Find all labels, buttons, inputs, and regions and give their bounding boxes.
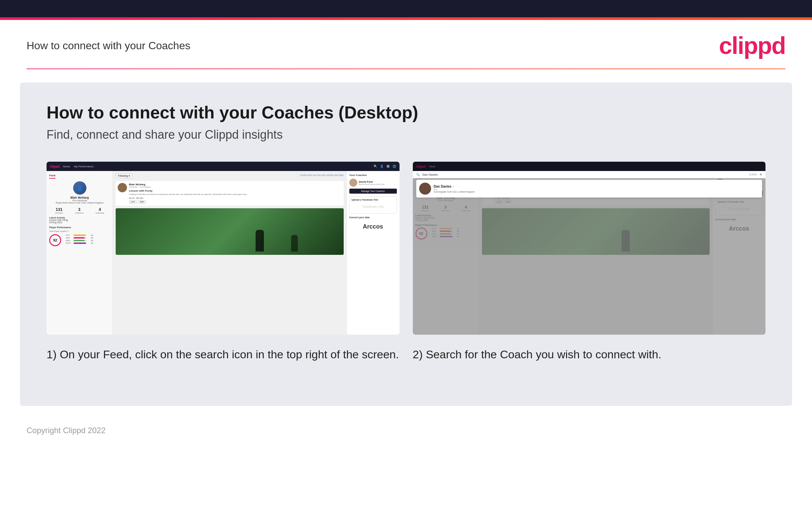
result-details: Dan Davies ✓ Pro Sunningdale Golf Club, … bbox=[434, 185, 475, 193]
mini-user-club: Royal North Devon Golf Club, United King… bbox=[49, 202, 110, 204]
david-ford-avatar bbox=[349, 179, 357, 186]
verified-icon: ✓ bbox=[453, 185, 455, 188]
search-bar: 🔍 Dan Davies CLEAR ✕ bbox=[413, 171, 766, 178]
mini-nav-right: 🔍 👤 ⚙️ 🌐 bbox=[374, 165, 396, 168]
trackman-title: Upload a Trackman Test bbox=[352, 199, 394, 201]
avatar-icon[interactable]: 🌐 bbox=[392, 165, 396, 168]
following-btn[interactable]: Following ▾ bbox=[116, 174, 132, 178]
page-title: How to connect with your Coaches bbox=[27, 40, 190, 52]
screenshot-panel-1: clippd Home My Performance 🔍 👤 ⚙️ 🌐 bbox=[47, 162, 399, 363]
mini-user-name: Blair McHarg bbox=[49, 196, 110, 199]
coach-details: David Ford Royal North Devon Golf Club bbox=[359, 180, 385, 185]
mini-body-left: Feed 👤 Blair McHarg Plus Handicap Royal … bbox=[47, 171, 399, 335]
golfer-figure-2 bbox=[291, 235, 298, 252]
result-name: Dan Davies bbox=[434, 185, 452, 188]
activity-name: Lesson with Fordy bbox=[49, 219, 110, 221]
coach-item: David Ford Royal North Devon Golf Club bbox=[349, 179, 397, 186]
lesson-info: Blair McHarg Yesterday · Sunningdale Les… bbox=[129, 183, 342, 204]
settings-icon[interactable]: ⚙️ bbox=[386, 165, 390, 168]
screenshot-2: clippd Feed Feed 👤 Blair McHarg Plu bbox=[413, 162, 766, 335]
accent-bar bbox=[0, 17, 812, 20]
trackman-placeholder: Trackman Link bbox=[352, 202, 394, 211]
following-label: Following bbox=[96, 212, 104, 214]
coach-david-club: Royal North Devon Golf Club bbox=[359, 183, 385, 185]
user-icon[interactable]: 👤 bbox=[380, 165, 384, 168]
activities-count: 131 bbox=[55, 207, 63, 212]
manage-coaches-btn[interactable]: Manage Your Coaches bbox=[349, 188, 397, 194]
mini-nav-left: clippd Home My Performance 🔍 👤 ⚙️ 🌐 bbox=[47, 162, 399, 171]
nav-home[interactable]: Home bbox=[63, 165, 70, 168]
lesson-duration: 01 hr : 30 min bbox=[129, 197, 342, 199]
top-bar bbox=[0, 0, 812, 17]
screenshot-panel-2: clippd Feed Feed 👤 Blair McHarg Plu bbox=[413, 162, 766, 363]
app-btn[interactable]: APP bbox=[138, 200, 146, 204]
mini-quality: Player Performance Total Player Quality … bbox=[49, 226, 110, 246]
mini-feed-label: Feed bbox=[49, 174, 55, 179]
mini-activity: Latest Activity Lesson with Fordy 03 Aug… bbox=[49, 217, 110, 223]
clear-btn[interactable]: CLEAR bbox=[749, 173, 757, 176]
footer: Copyright Clippd 2022 bbox=[0, 419, 812, 442]
mini-golf-photo bbox=[116, 208, 344, 255]
screenshot-1: clippd Home My Performance 🔍 👤 ⚙️ 🌐 bbox=[47, 162, 399, 335]
control-link[interactable]: Control who can see your activity and da… bbox=[300, 174, 344, 176]
search-overlay: 🔍 Dan Davies CLEAR ✕ Dan Davies ✓ bbox=[413, 171, 766, 199]
copyright-text: Copyright Clippd 2022 bbox=[27, 426, 105, 435]
quality-score: 92 bbox=[49, 234, 61, 246]
content-subtitle: Find, connect and share your Clippd insi… bbox=[47, 128, 765, 142]
mini-main-left: Following ▾ Control who can see your act… bbox=[113, 171, 346, 335]
search-result-item[interactable]: Dan Davies ✓ Pro Sunningdale Golf Club, … bbox=[416, 180, 762, 198]
lesson-title: Lesson with Fordy bbox=[129, 189, 342, 192]
lesson-desc: Looking to feel like my hands are exitin… bbox=[129, 193, 342, 196]
nav-performance[interactable]: My Performance bbox=[74, 165, 94, 168]
mini-logo-left: clippd bbox=[50, 165, 59, 168]
connect-data-title: Connect your data bbox=[349, 216, 397, 219]
coach-david-name: David Ford bbox=[359, 180, 385, 183]
mini-profile: 👤 Blair McHarg Plus Handicap Royal North… bbox=[49, 181, 110, 204]
activities-label: Activities bbox=[55, 212, 63, 214]
mini-stat-activities: 131 Activities bbox=[55, 207, 63, 214]
coach-meta: Yesterday · Sunningdale bbox=[129, 186, 342, 188]
search-input-value[interactable]: Dan Davies bbox=[423, 173, 747, 176]
mini-ui-right: clippd Feed Feed 👤 Blair McHarg Plu bbox=[413, 162, 766, 335]
golfer-figure-1 bbox=[255, 230, 264, 252]
search-icon[interactable]: 🔍 bbox=[374, 165, 377, 168]
mini-right-panel-left: Your Coaches David Ford Royal North Devo… bbox=[346, 171, 399, 335]
mini-nav-links: Home My Performance bbox=[63, 165, 93, 168]
trackman-section: Upload a Trackman Test Trackman Link bbox=[349, 196, 397, 214]
coaches-title: Your Coaches bbox=[349, 174, 397, 177]
result-avatar bbox=[419, 183, 431, 195]
coach-name: Blair McHarg bbox=[129, 183, 342, 186]
clippd-logo: clippd bbox=[719, 32, 785, 59]
main-content: How to connect with your Coaches (Deskto… bbox=[20, 83, 792, 406]
close-search-btn[interactable]: ✕ bbox=[760, 173, 762, 176]
coach-avatar bbox=[118, 183, 127, 192]
arccos-label: Arccos bbox=[349, 220, 397, 234]
step1-text: 1) On your Feed, click on the search ico… bbox=[47, 347, 399, 363]
mini-user-level: Plus Handicap bbox=[49, 199, 110, 202]
result-role: Pro bbox=[434, 188, 475, 190]
followers-label: Followers bbox=[75, 212, 84, 214]
step2-text: 2) Search for the Coach you wish to conn… bbox=[413, 347, 766, 363]
mini-stat-following: 4 Following bbox=[96, 207, 104, 214]
content-title: How to connect with your Coaches (Deskto… bbox=[47, 102, 765, 122]
mini-user-avatar: 👤 bbox=[73, 181, 86, 195]
off-btn[interactable]: OTT bbox=[129, 200, 137, 204]
quality-bars: OTT90 APP85 ARG86 PUTT96 bbox=[66, 234, 93, 245]
lesson-btns: OTT APP bbox=[129, 200, 342, 204]
mini-sidebar-left: Feed 👤 Blair McHarg Plus Handicap Royal … bbox=[47, 171, 113, 335]
result-club: Sunningdale Golf Club, United Kingdom bbox=[434, 190, 475, 193]
header-divider bbox=[27, 69, 785, 69]
followers-count: 3 bbox=[75, 207, 84, 212]
quality-title: Player Performance bbox=[49, 226, 110, 228]
mini-stats: 131 Activities 3 Followers 4 Following bbox=[49, 207, 110, 214]
mini-lesson-card: Blair McHarg Yesterday · Sunningdale Les… bbox=[116, 181, 344, 206]
activity-date: 03 Aug 2022 bbox=[49, 221, 110, 223]
screenshots-row: clippd Home My Performance 🔍 👤 ⚙️ 🌐 bbox=[47, 162, 765, 363]
following-count: 4 bbox=[96, 207, 104, 212]
activity-title-label: Latest Activity bbox=[49, 217, 110, 219]
mini-stat-followers: 3 Followers bbox=[75, 207, 84, 214]
header: How to connect with your Coaches clippd bbox=[0, 20, 812, 69]
mini-ui-left: clippd Home My Performance 🔍 👤 ⚙️ 🌐 bbox=[47, 162, 399, 335]
search-icon-overlay: 🔍 bbox=[416, 173, 420, 176]
